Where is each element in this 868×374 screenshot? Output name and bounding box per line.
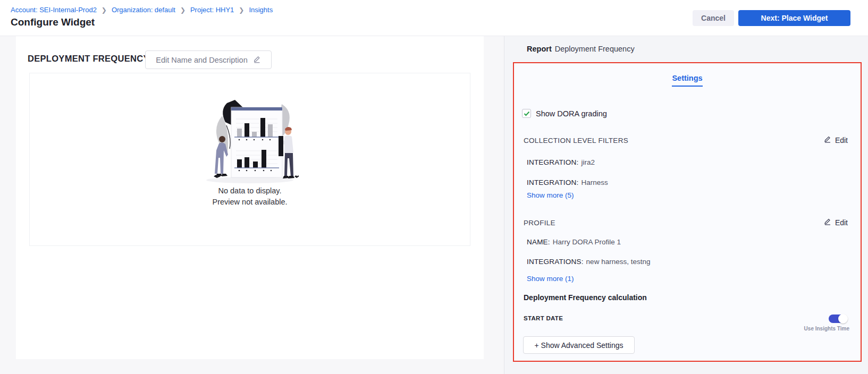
breadcrumb-organization[interactable]: Organization: default (112, 6, 175, 14)
profile-integrations-row: INTEGRATIONS:new harness, testng (527, 258, 650, 266)
report-label: Report (527, 45, 552, 53)
show-dora-grading-checkbox[interactable] (522, 109, 531, 118)
widget-preview-card: DEPLOYMENT FREQUENCY Edit Name and Descr… (16, 36, 484, 359)
profile-show-more-link[interactable]: Show more (1) (527, 275, 574, 283)
integration-label: INTEGRATION: (527, 178, 578, 186)
tab-settings[interactable]: Settings (672, 74, 702, 87)
integrations-label: INTEGRATIONS: (527, 258, 584, 266)
integration-row: INTEGRATION:jira2 (527, 158, 595, 166)
settings-highlight-red-box: Settings Show DORA grading COLLECTION LE… (513, 62, 862, 362)
empty-state-text-1: No data to display. (30, 186, 470, 195)
integration-value: Harness (581, 178, 608, 186)
show-advanced-settings-button[interactable]: + Show Advanced Settings (523, 336, 635, 354)
report-header: ReportDeployment Frequency (527, 45, 635, 53)
pencil-icon (253, 55, 261, 65)
toggle-knob (838, 314, 848, 324)
name-value: Harry DORA Profile 1 (553, 238, 621, 246)
report-value: Deployment Frequency (555, 45, 635, 53)
integration-value: jira2 (581, 158, 595, 166)
widget-name-heading: DEPLOYMENT FREQUENCY (28, 54, 149, 64)
breadcrumb-insights[interactable]: Insights (249, 6, 273, 14)
integrations-value: new harness, testng (586, 258, 651, 266)
profile-title: PROFILE (524, 219, 555, 227)
breadcrumb-account[interactable]: Account: SEI-Internal-Prod2 (11, 6, 97, 14)
tab-bar: Settings (514, 73, 861, 87)
checkmark-icon (524, 111, 530, 116)
edit-label: Edit (835, 218, 848, 227)
profile-edit-button[interactable]: Edit (824, 218, 848, 227)
widget-settings-panel: ReportDeployment Frequency Settings Show… (504, 36, 868, 374)
integration-row: INTEGRATION:Harness (527, 178, 608, 186)
show-dora-grading-label: Show DORA grading (536, 109, 607, 118)
chevron-right-icon: ❯ (239, 6, 244, 14)
configure-widget-page: Account: SEI-Internal-Prod2 ❯ Organizati… (0, 0, 868, 374)
edit-pencil-icon (824, 218, 831, 227)
profile-name-row: NAME:Harry DORA Profile 1 (527, 238, 621, 246)
edit-name-description-button[interactable]: Edit Name and Description (145, 50, 272, 69)
breadcrumb-project[interactable]: Project: HHY1 (190, 6, 234, 14)
next-place-widget-button[interactable]: Next: Place Widget (738, 10, 850, 26)
empty-state-text-2: Preview not available. (30, 198, 470, 206)
deployment-frequency-calculation-title: Deployment Frequency calculation (524, 293, 647, 302)
breadcrumb: Account: SEI-Internal-Prod2 ❯ Organizati… (11, 6, 273, 14)
page-title: Configure Widget (11, 16, 95, 28)
show-dora-grading-row: Show DORA grading (522, 109, 607, 118)
use-insights-time-toggle[interactable] (829, 314, 847, 323)
edit-label: Edit (835, 136, 848, 144)
chevron-right-icon: ❯ (180, 6, 186, 14)
edit-name-button-label: Edit Name and Description (156, 56, 247, 64)
collection-level-filters-title: COLLECTION LEVEL FILTERS (524, 137, 628, 144)
cancel-button[interactable]: Cancel (693, 10, 734, 26)
start-date-label: START DATE (524, 315, 563, 321)
collection-filters-edit-button[interactable]: Edit (824, 135, 848, 144)
widget-preview-area: No data to display. Preview not availabl… (29, 73, 470, 246)
chevron-right-icon: ❯ (102, 6, 107, 14)
collection-filters-show-more-link[interactable]: Show more (5) (527, 191, 574, 199)
name-label: NAME: (527, 238, 550, 246)
use-insights-time-label: Use Insights Time (804, 326, 849, 332)
top-header-bar: Account: SEI-Internal-Prod2 ❯ Organizati… (0, 0, 868, 36)
edit-pencil-icon (824, 135, 831, 144)
empty-state-illustration (201, 96, 299, 186)
integration-label: INTEGRATION: (527, 158, 578, 166)
